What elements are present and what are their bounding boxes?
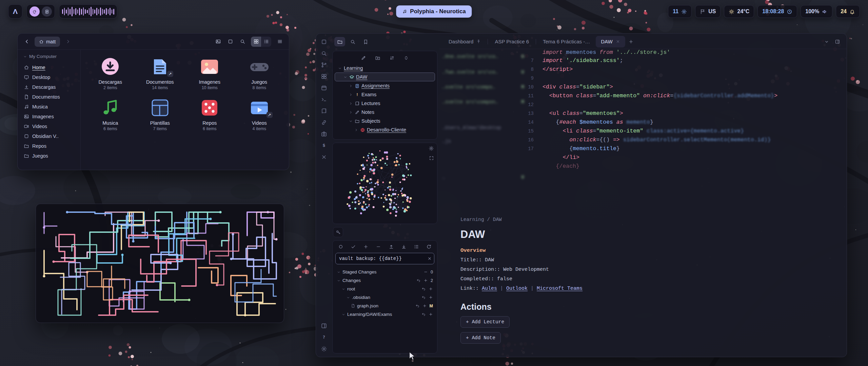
git-commit-message-input[interactable] [335,253,434,264]
sort-order-button[interactable] [389,55,395,61]
tree-item-notes[interactable]: Notes [335,108,435,117]
tree-item-learning[interactable]: Learning [335,64,435,73]
sidebar-tab-search[interactable] [347,37,358,46]
ribbon-gitbranch-button[interactable] [319,61,329,69]
graph-fit-button[interactable] [429,155,434,161]
graph-view[interactable] [333,143,436,224]
sidebar-item-imagenes[interactable]: Imagenes [20,111,78,121]
git-row-learning-daw-exams[interactable]: Learning/DAW/Exams [335,310,434,319]
ribbon-calendar-button[interactable] [319,84,329,92]
git-undo-button[interactable] [416,278,421,283]
git-stage-all-button[interactable] [363,244,369,249]
folder-tile-videos[interactable]: ↗Videos4 items [235,95,284,133]
new-tab-button[interactable] [626,37,636,47]
status-volume[interactable]: 100% [801,5,832,18]
toggle-right-sidebar-button[interactable] [832,37,843,47]
git-plus-button[interactable] [422,304,427,308]
git-backup-button[interactable] [351,244,356,249]
git-undo-button[interactable] [415,304,420,308]
git-commit-button[interactable] [338,244,343,249]
status-updates[interactable]: 11 [668,5,692,18]
git-unstage-all-button[interactable] [376,244,381,249]
tab-dashboard[interactable]: Dashboard [443,36,486,47]
media-widget[interactable]: Polyphia - Neurotica [396,5,472,18]
link-aules[interactable]: Aules [482,286,497,291]
git-plus-button[interactable] [429,295,433,300]
ribbon-close-button[interactable] [319,153,329,161]
sidebar-item-desktop[interactable]: Desktop [20,72,78,82]
sidebar-item-descargas[interactable]: Descargas [20,82,78,92]
tab-asp-practice-6[interactable]: ASP Practice 6 [490,36,534,47]
git-undo-button[interactable] [421,287,426,291]
tree-item-exams[interactable]: !Exams [335,90,435,99]
action-button-add-note[interactable]: + Add Note [460,332,501,344]
sidebar-tab-file-explorer[interactable] [334,37,345,46]
git-row-root[interactable]: root [335,285,434,293]
ribbon-link-button[interactable] [319,118,329,126]
sidebar-tab-bookmarks[interactable] [360,37,371,46]
git-pull-button[interactable] [401,244,407,249]
tab-list-button[interactable] [822,37,832,47]
ribbon-book-button[interactable] [319,107,329,115]
sidebar-section-header[interactable]: My Computer [20,53,78,62]
tree-item-subjects[interactable]: Subjects [335,117,435,125]
tree-item-desarrollo-cliente[interactable]: Desarrollo-Cliente [335,125,435,134]
list-view-button[interactable] [261,37,271,47]
breadcrumb[interactable]: matt [35,37,60,47]
tab-daw[interactable]: DAW [596,36,625,47]
search-button[interactable] [237,37,248,47]
folder-tile-musica[interactable]: Musica6 items [86,95,135,133]
git-row-changes[interactable]: Changes2 [335,276,434,285]
git-row-graph-json[interactable]: graph.jsonM [335,302,434,310]
ribbon-search-button[interactable] [319,49,329,57]
folder-tile-plantillas[interactable]: Plantillas7 items [136,95,184,133]
ribbon-box-button[interactable] [319,38,329,46]
sidebar-item-obsidian-v[interactable]: Obsidian V.. [20,131,78,141]
status-weather[interactable]: 24°C [724,5,754,18]
workspace-1-button[interactable] [29,6,40,17]
sidebar-item-videos[interactable]: Videos [20,121,78,131]
status-keyboard-layout[interactable]: US [695,5,721,18]
folder-tile-juegos[interactable]: Juegos8 items [235,54,284,92]
git-undo-button[interactable] [421,295,426,300]
grid-view-button[interactable] [251,37,261,47]
git-undo-button[interactable] [421,312,426,317]
ribbon-question-button[interactable]: ? [319,333,329,341]
git-plus-button[interactable] [423,278,428,283]
ribbon-dollar-button[interactable]: $ [319,141,329,149]
menu-button[interactable] [275,37,285,47]
tab-tema-6-pr-cticas[interactable]: Tema 6 Prácticas -… [538,36,595,47]
tree-item-daw[interactable]: DAW [335,73,435,81]
folder-tile-documentos[interactable]: ↗Documentos14 items [136,54,184,92]
file-manager-titlebar[interactable]: matt [18,34,289,50]
thumbnails-button[interactable] [213,37,223,47]
tree-item-assignments[interactable]: Assignments [335,81,435,90]
tree-item-lectures[interactable]: Lectures [335,99,435,108]
collapse-all-button[interactable] [403,55,409,61]
sidebar-item-musica[interactable]: Musica [20,102,78,111]
folder-tile-repos[interactable]: Repos6 items [185,95,234,133]
git-plus-button[interactable] [429,287,433,291]
sidebar-item-juegos[interactable]: Juegos [20,151,78,161]
ribbon-layout-button[interactable] [319,322,329,330]
ribbon-camera-button[interactable] [319,130,329,138]
new-tab-button[interactable] [225,37,235,47]
clear-input-button[interactable] [427,256,432,261]
forward-button[interactable] [63,37,73,47]
git-push-button[interactable] [389,244,394,249]
graph-settings-button[interactable] [429,146,434,151]
git-minus-button[interactable] [423,270,428,274]
note-breadcrumb[interactable]: Learning / DAW [460,217,725,222]
status-clock[interactable]: 18:08:28 [757,5,797,18]
launcher-button[interactable]: Λ [8,4,22,19]
ribbon-gear-button[interactable] [319,345,329,353]
workspace-2-button[interactable] [42,6,52,17]
sidebar-item-repos[interactable]: Repos [20,141,78,151]
folder-tile-descargas[interactable]: Descargas2 items [86,54,135,92]
back-button[interactable] [22,37,32,47]
link-microsoft-teams[interactable]: Microsoft Teams [537,286,583,291]
ribbon-grid-button[interactable] [319,72,329,80]
close-tab-button[interactable] [616,39,620,44]
git-row-obsidian[interactable]: .obsidian [335,293,434,302]
git-row-staged-changes[interactable]: Staged Changes0 [335,268,434,276]
